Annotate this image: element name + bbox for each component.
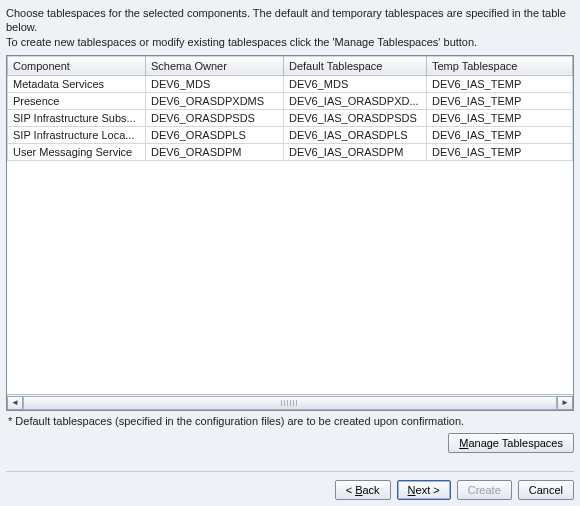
cell-component[interactable]: Presence (8, 92, 146, 109)
scroll-right-button[interactable]: ► (557, 396, 573, 410)
table-row[interactable]: SIP Infrastructure Subs...DEV6_ORASDPSDS… (8, 109, 573, 126)
cell-temp_ts[interactable]: DEV6_IAS_TEMP (427, 109, 573, 126)
scroll-track[interactable] (23, 396, 557, 410)
instruction-text: Choose tablespaces for the selected comp… (6, 6, 574, 49)
cancel-button[interactable]: Cancel (518, 480, 574, 500)
cell-default_ts[interactable]: DEV6_IAS_ORASDPM (284, 143, 427, 160)
horizontal-scrollbar[interactable]: ◄ ► (7, 394, 573, 410)
cell-owner[interactable]: DEV6_ORASDPSDS (146, 109, 284, 126)
mnemonic: C (468, 484, 476, 496)
cell-component[interactable]: SIP Infrastructure Loca... (8, 126, 146, 143)
cell-owner[interactable]: DEV6_ORASDPM (146, 143, 284, 160)
instruction-line-1: Choose tablespaces for the selected comp… (6, 6, 574, 35)
col-default-tablespace[interactable]: Default Tablespace (284, 56, 427, 75)
tablespace-table[interactable]: Component Schema Owner Default Tablespac… (7, 56, 573, 161)
next-button[interactable]: Next > (397, 480, 451, 500)
table-header-row: Component Schema Owner Default Tablespac… (8, 56, 573, 75)
cell-owner[interactable]: DEV6_MDS (146, 75, 284, 92)
cell-owner[interactable]: DEV6_ORASDPXDMS (146, 92, 284, 109)
table-row[interactable]: Metadata ServicesDEV6_MDSDEV6_MDSDEV6_IA… (8, 75, 573, 92)
tablespace-table-scroll: Component Schema Owner Default Tablespac… (7, 56, 573, 394)
scroll-thumb[interactable] (23, 396, 557, 410)
mnemonic: M (459, 437, 468, 449)
table-row[interactable]: SIP Infrastructure Loca...DEV6_ORASDPLSD… (8, 126, 573, 143)
footnote-text: * Default tablespaces (specified in the … (8, 415, 572, 427)
manage-tablespaces-button[interactable]: Manage Tablespaces (448, 433, 574, 453)
back-button[interactable]: < Back (335, 480, 391, 500)
scroll-left-button[interactable]: ◄ (7, 396, 23, 410)
table-row[interactable]: User Messaging ServiceDEV6_ORASDPMDEV6_I… (8, 143, 573, 160)
cell-default_ts[interactable]: DEV6_IAS_ORASDPSDS (284, 109, 427, 126)
mnemonic: N (408, 484, 416, 496)
cell-temp_ts[interactable]: DEV6_IAS_TEMP (427, 75, 573, 92)
cell-component[interactable]: SIP Infrastructure Subs... (8, 109, 146, 126)
wizard-nav: < Back Next > Create Cancel (6, 471, 574, 500)
table-row[interactable]: PresenceDEV6_ORASDPXDMSDEV6_IAS_ORASDPXD… (8, 92, 573, 109)
instruction-line-2: To create new tablespaces or modify exis… (6, 35, 574, 49)
cell-temp_ts[interactable]: DEV6_IAS_TEMP (427, 126, 573, 143)
cell-temp_ts[interactable]: DEV6_IAS_TEMP (427, 143, 573, 160)
col-component[interactable]: Component (8, 56, 146, 75)
tablespace-table-container: Component Schema Owner Default Tablespac… (6, 55, 574, 411)
cell-owner[interactable]: DEV6_ORASDPLS (146, 126, 284, 143)
col-schema-owner[interactable]: Schema Owner (146, 56, 284, 75)
cell-default_ts[interactable]: DEV6_MDS (284, 75, 427, 92)
cell-component[interactable]: Metadata Services (8, 75, 146, 92)
create-button: Create (457, 480, 512, 500)
label-rest: anage Tablespaces (468, 437, 563, 449)
cell-temp_ts[interactable]: DEV6_IAS_TEMP (427, 92, 573, 109)
cell-default_ts[interactable]: DEV6_IAS_ORASDPLS (284, 126, 427, 143)
col-temp-tablespace[interactable]: Temp Tablespace (427, 56, 573, 75)
cell-component[interactable]: User Messaging Service (8, 143, 146, 160)
cell-default_ts[interactable]: DEV6_IAS_ORASDPXD... (284, 92, 427, 109)
